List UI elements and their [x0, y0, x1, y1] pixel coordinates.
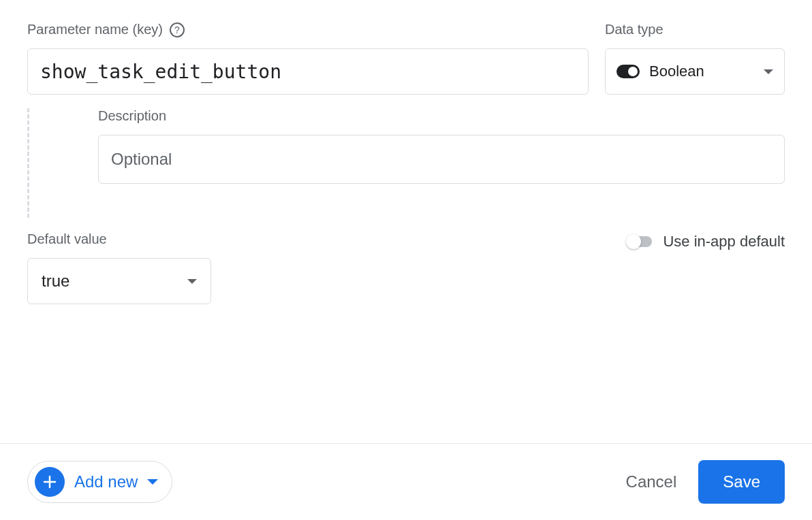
parameter-name-section: Parameter name (key) ? [27, 22, 589, 95]
data-type-value: Boolean [649, 63, 754, 80]
data-type-label-text: Data type [605, 22, 663, 37]
data-type-section: Data type Boolean [605, 22, 785, 95]
save-button[interactable]: Save [698, 460, 785, 504]
description-section: Description [60, 108, 785, 184]
plus-icon [35, 467, 65, 497]
description-input[interactable] [98, 135, 785, 184]
description-label: Description [60, 108, 785, 124]
help-icon[interactable]: ? [170, 22, 185, 37]
footer-actions: Cancel Save [626, 460, 785, 504]
boolean-icon [616, 65, 640, 78]
parameter-name-input[interactable] [27, 48, 589, 95]
default-value-section: Default value true [27, 231, 211, 304]
data-type-label: Data type [605, 22, 785, 37]
use-in-app-default-toggle[interactable] [626, 235, 653, 248]
parameter-name-label: Parameter name (key) ? [27, 22, 589, 37]
use-in-app-default-label: Use in-app default [663, 233, 785, 250]
default-value-label: Default value [27, 231, 211, 247]
use-in-app-default-section: Use in-app default [626, 233, 785, 250]
parameter-name-label-text: Parameter name (key) [27, 22, 163, 37]
chevron-down-icon [147, 479, 158, 485]
tree-connector [27, 108, 29, 218]
default-value-select[interactable]: true [27, 258, 211, 304]
default-value-label-text: Default value [27, 231, 107, 247]
data-type-select[interactable]: Boolean [605, 48, 785, 95]
add-new-label: Add new [74, 472, 138, 491]
chevron-down-icon [187, 279, 197, 284]
footer-bar: Add new Cancel Save [0, 443, 812, 520]
cancel-button[interactable]: Cancel [626, 472, 677, 491]
description-label-text: Description [98, 108, 166, 124]
default-value-text: true [42, 272, 69, 291]
add-new-button[interactable]: Add new [27, 461, 172, 503]
chevron-down-icon [764, 69, 773, 74]
